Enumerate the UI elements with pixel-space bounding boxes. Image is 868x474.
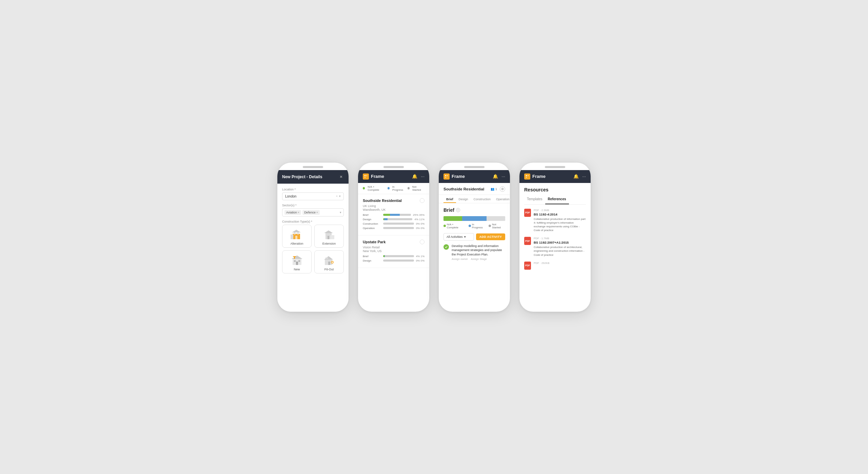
tag-defence-label: Defence	[304, 211, 316, 214]
type-card-new[interactable]: New	[282, 250, 312, 273]
more-icon-3[interactable]: ···	[501, 174, 505, 179]
legend-dot-notstarted-3	[489, 225, 491, 227]
tab-references[interactable]: References	[545, 196, 569, 204]
frame-logo-2: Frame	[363, 173, 384, 180]
svg-rect-4	[294, 232, 295, 234]
tab-brief[interactable]: Brief	[443, 195, 456, 203]
pdf-icon-1: PDF	[524, 209, 531, 217]
remove-defence-icon[interactable]: ×	[316, 211, 318, 214]
p1-body: Location * London × ▾ Sector(s) * Aviati…	[277, 184, 349, 312]
svg-rect-16	[296, 262, 298, 265]
svg-rect-11	[329, 234, 330, 235]
tab-templates[interactable]: Templates	[524, 196, 545, 204]
construction-label: Construction Type(s) *	[282, 220, 344, 223]
p1-title: New Project - Details	[282, 174, 322, 179]
type-card-alteration[interactable]: Alteration	[282, 225, 312, 248]
phone-notch-4	[545, 166, 565, 168]
project-circle-upstate	[420, 240, 425, 244]
construction-bar-s	[383, 223, 414, 225]
bell-icon-3[interactable]: 🔔	[493, 174, 498, 179]
svg-rect-5	[297, 232, 299, 234]
location-input[interactable]: London × ▾	[282, 192, 344, 200]
more-icon-2[interactable]: ···	[421, 174, 425, 179]
phone-new-project: New Project - Details × Location * Londo…	[277, 163, 349, 312]
brief-pcts-u: 4% 1%	[416, 255, 425, 258]
svg-rect-2	[291, 234, 293, 239]
progress-row-operation-s: Operation 0% 0%	[363, 227, 425, 230]
legend-item-notstarted-3: Not Started	[489, 223, 505, 229]
type-card-fitout[interactable]: Fit-Out	[314, 250, 344, 273]
operation-bar-s	[383, 227, 414, 229]
svg-rect-28	[364, 177, 366, 178]
legend-label-inprogress-2: In Progress	[392, 185, 405, 191]
project-sub1-southside: UK Living	[363, 204, 425, 208]
ref-desc-1: Collaborative production of information …	[534, 217, 586, 232]
bell-icon-2[interactable]: 🔔	[412, 174, 417, 179]
progress-row-design-u: Design 0% 0%	[363, 259, 425, 262]
activity-meta2[interactable]: Assign Stage	[471, 257, 487, 261]
p1-header: New Project - Details ×	[277, 170, 349, 184]
legend-item-inprogress-3: In Progress	[469, 223, 485, 229]
svg-rect-10	[326, 234, 328, 235]
phone-resources: Frame 🔔 ··· Resources Templates Referenc…	[519, 163, 591, 312]
frame-app-name-4: Frame	[532, 174, 546, 179]
more-icon-4[interactable]: ···	[582, 174, 586, 179]
frame-header-icons-2: 🔔 ···	[412, 174, 425, 179]
p3-legend-row: N/A + Complete In Progress Not Started	[443, 223, 505, 229]
design-label-u: Design	[363, 259, 381, 262]
design-pcts-s: 4% 11%	[414, 218, 425, 221]
ref-size-3: PDF · 292KB	[534, 262, 586, 265]
progress-southside: Brief 25% 35% Design 4% 11%	[363, 213, 425, 230]
fitout-icon	[322, 254, 336, 266]
phone-notch-3	[464, 166, 485, 168]
design-pcts-u: 0% 0%	[416, 259, 425, 262]
gear-button-3[interactable]: ⚙	[500, 186, 505, 192]
add-activity-button[interactable]: ADD ACTIVITY	[476, 233, 505, 240]
alteration-icon	[290, 228, 304, 241]
bell-icon-4[interactable]: 🔔	[573, 174, 579, 179]
phone-notch-1	[303, 166, 323, 168]
svg-rect-31	[445, 177, 446, 178]
user-count-3: 1	[495, 187, 497, 191]
tab-operation[interactable]: Operation	[493, 195, 510, 203]
tab-construction[interactable]: Construction	[471, 195, 494, 203]
svg-rect-18	[293, 256, 296, 257]
p4-tabs: Templates References	[524, 196, 586, 205]
close-button[interactable]: ×	[338, 174, 344, 180]
tab-design[interactable]: Design	[456, 195, 471, 203]
type-card-extension[interactable]: Extension	[314, 225, 344, 248]
activity-meta1[interactable]: Assign owner	[452, 257, 468, 261]
sector-tags-input[interactable]: Aviation × Defence × ▾	[282, 208, 344, 217]
pdf-icon-3: PDF	[524, 262, 531, 270]
location-label: Location *	[282, 188, 344, 191]
ref-item-3: PDF PDF · 292KB	[524, 262, 586, 270]
pdf-icon-2: PDF	[524, 237, 531, 245]
phone-frame-brief: Frame 🔔 ··· Southside Residential 👥 1 ⚙ …	[439, 163, 510, 312]
activity-check-icon	[443, 244, 449, 250]
svg-rect-26	[364, 175, 366, 176]
svg-rect-33	[528, 175, 529, 176]
remove-aviation-icon[interactable]: ×	[298, 211, 299, 214]
user-icon-3: 👥	[491, 187, 494, 191]
svg-rect-30	[447, 175, 448, 176]
p3-project-name: Southside Residential	[443, 187, 484, 191]
ref-size-2: PDF · 1.7MB	[534, 237, 586, 240]
activities-select[interactable]: All Activities ▾	[443, 233, 474, 241]
activities-select-label: All Activities	[447, 235, 463, 239]
brief-pcts-s: 25% 35%	[413, 213, 425, 217]
svg-rect-20	[328, 262, 330, 265]
project-header-upstate: Upstate Park	[363, 240, 425, 244]
legend-dot-inprogress-2	[388, 187, 390, 189]
project-card-upstate[interactable]: Upstate Park Vision Retail New York, US …	[358, 235, 429, 268]
legend-item-complete-3: N/A + Complete	[443, 223, 465, 229]
legend-dot-complete-2	[363, 187, 365, 189]
legend-label-inprogress-3: In Progress	[472, 223, 485, 229]
location-clear-icon[interactable]: ×	[336, 194, 338, 198]
p3-user-badge: 👥 1	[491, 187, 497, 191]
p3-tabs: Brief Design Construction Operation	[439, 195, 510, 203]
location-arrow-icon: ▾	[339, 194, 341, 198]
p3-proj-actions: 👥 1 ⚙	[491, 186, 505, 192]
brief-progress-bar	[443, 216, 505, 221]
project-card-southside[interactable]: Southside Residential UK Living Wandswor…	[358, 194, 429, 235]
frame-header-icons-4: 🔔 ···	[573, 174, 586, 179]
